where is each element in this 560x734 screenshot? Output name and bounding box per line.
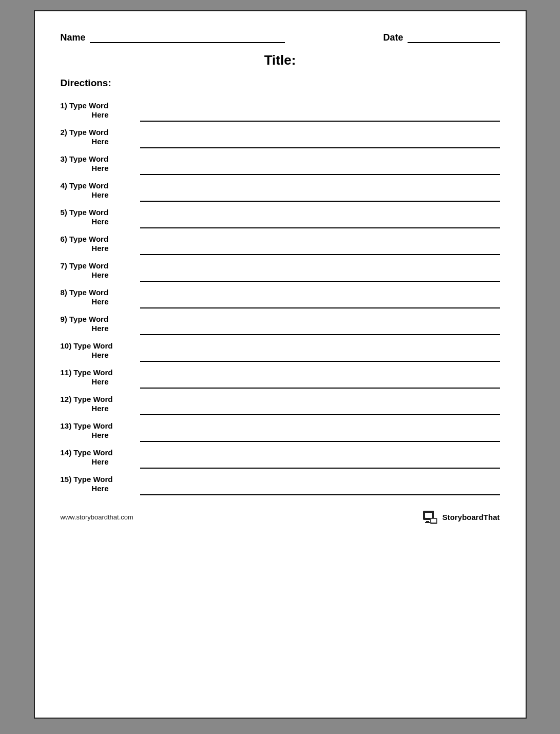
vocab-item: 15) Type WordHere (61, 472, 500, 495)
date-input-line[interactable] (408, 32, 500, 43)
vocab-answer-line[interactable] (140, 324, 500, 335)
vocab-label: 7) Type WordHere (61, 261, 140, 282)
vocab-item: 4) Type WordHere (61, 178, 500, 202)
directions-label: Directions: (61, 78, 111, 88)
header-row: Name Date (61, 32, 500, 43)
vocab-item: 12) Type WordHere (61, 392, 500, 415)
vocab-label: 14) Type WordHere (61, 448, 140, 469)
vocab-label: 9) Type WordHere (61, 315, 140, 335)
vocab-word: Here (61, 351, 140, 360)
footer-url: www.storyboardthat.com (61, 513, 133, 521)
vocab-item: 8) Type WordHere (61, 285, 500, 308)
vocab-number: 10) Type Word (61, 341, 140, 351)
vocab-answer-line[interactable] (140, 404, 500, 415)
vocab-label: 5) Type WordHere (61, 208, 140, 228)
vocab-item: 3) Type WordHere (61, 151, 500, 175)
svg-rect-5 (431, 519, 436, 523)
vocab-item: 11) Type WordHere (61, 365, 500, 389)
vocab-item: 14) Type WordHere (61, 445, 500, 469)
worksheet-page: Name Date Title: Directions: 1) Type Wor… (34, 10, 527, 719)
vocab-answer-line[interactable] (140, 164, 500, 175)
vocab-word: Here (61, 484, 140, 493)
vocab-word: Here (61, 377, 140, 387)
footer-logo: StoryboardThat (422, 509, 500, 525)
vocab-number: 13) Type Word (61, 421, 140, 431)
vocab-answer-line[interactable] (140, 351, 500, 362)
date-field: Date (383, 32, 499, 43)
vocab-answer-line[interactable] (140, 457, 500, 469)
svg-rect-3 (425, 522, 430, 523)
vocab-label: 11) Type WordHere (61, 368, 140, 389)
vocab-answer-line[interactable] (140, 271, 500, 282)
vocab-word: Here (61, 137, 140, 146)
vocab-number: 7) Type Word (61, 261, 140, 271)
vocab-label: 1) Type WordHere (61, 101, 140, 122)
vocab-item: 10) Type WordHere (61, 338, 500, 362)
vocab-number: 3) Type Word (61, 154, 140, 164)
vocab-item: 6) Type WordHere (61, 231, 500, 255)
vocab-label: 13) Type WordHere (61, 421, 140, 442)
vocab-answer-line[interactable] (140, 137, 500, 148)
vocab-item: 9) Type WordHere (61, 312, 500, 335)
date-label: Date (383, 32, 403, 43)
footer: www.storyboardthat.com StoryboardThat (61, 506, 500, 525)
vocab-answer-line[interactable] (140, 431, 500, 442)
storyboardthat-icon (422, 509, 438, 525)
vocab-number: 12) Type Word (61, 395, 140, 404)
title-text[interactable]: Title: (264, 52, 296, 68)
vocab-label: 4) Type WordHere (61, 181, 140, 202)
brand-name: StoryboardThat (442, 513, 500, 521)
vocab-number: 1) Type Word (61, 101, 140, 110)
vocab-number: 14) Type Word (61, 448, 140, 457)
vocab-number: 6) Type Word (61, 235, 140, 244)
title-row: Title: (61, 52, 500, 68)
vocab-label: 12) Type WordHere (61, 395, 140, 415)
directions-row: Directions: (61, 78, 500, 89)
vocab-word: Here (61, 164, 140, 173)
vocab-word: Here (61, 217, 140, 226)
vocab-number: 5) Type Word (61, 208, 140, 217)
vocab-word: Here (61, 457, 140, 467)
vocab-answer-line[interactable] (140, 110, 500, 122)
vocab-item: 13) Type WordHere (61, 418, 500, 442)
vocab-answer-line[interactable] (140, 217, 500, 228)
vocab-word: Here (61, 110, 140, 120)
vocab-number: 8) Type Word (61, 288, 140, 297)
name-field: Name (61, 32, 285, 43)
vocab-number: 9) Type Word (61, 315, 140, 324)
vocab-number: 11) Type Word (61, 368, 140, 377)
svg-rect-1 (425, 513, 432, 518)
vocab-answer-line[interactable] (140, 377, 500, 389)
vocab-answer-line[interactable] (140, 484, 500, 495)
vocab-answer-line[interactable] (140, 190, 500, 202)
vocab-word: Here (61, 271, 140, 280)
vocab-number: 4) Type Word (61, 181, 140, 190)
name-input-line[interactable] (90, 32, 285, 43)
vocab-item: 7) Type WordHere (61, 258, 500, 282)
vocab-number: 2) Type Word (61, 128, 140, 137)
vocab-item: 5) Type WordHere (61, 205, 500, 228)
vocab-label: 6) Type WordHere (61, 235, 140, 255)
vocab-word: Here (61, 431, 140, 440)
vocab-list: 1) Type WordHere2) Type WordHere3) Type … (61, 98, 500, 495)
vocab-word: Here (61, 190, 140, 200)
name-label: Name (61, 32, 86, 43)
vocab-label: 15) Type WordHere (61, 475, 140, 495)
vocab-item: 1) Type WordHere (61, 98, 500, 122)
vocab-answer-line[interactable] (140, 244, 500, 255)
vocab-number: 15) Type Word (61, 475, 140, 484)
vocab-item: 2) Type WordHere (61, 125, 500, 148)
vocab-label: 8) Type WordHere (61, 288, 140, 308)
vocab-word: Here (61, 244, 140, 253)
vocab-label: 10) Type WordHere (61, 341, 140, 362)
vocab-label: 2) Type WordHere (61, 128, 140, 148)
vocab-answer-line[interactable] (140, 297, 500, 308)
vocab-word: Here (61, 297, 140, 306)
vocab-word: Here (61, 404, 140, 413)
vocab-word: Here (61, 324, 140, 333)
vocab-label: 3) Type WordHere (61, 154, 140, 175)
